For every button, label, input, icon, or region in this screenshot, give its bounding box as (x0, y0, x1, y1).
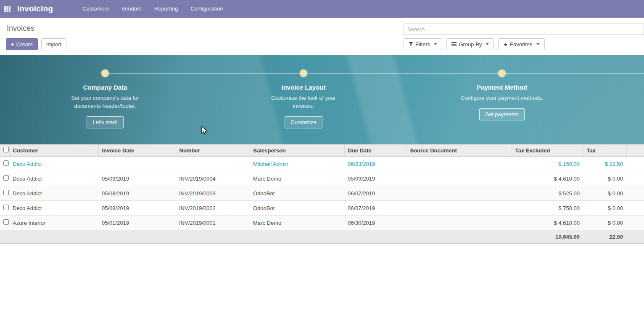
table-row[interactable]: Deco Addict 05/08/2019 INV/2019/0002 Odo… (0, 201, 644, 216)
row-checkbox[interactable] (3, 205, 9, 210)
group-by-icon (451, 42, 457, 46)
footer-spacer (626, 230, 644, 244)
select-all-cell (0, 144, 9, 157)
cell-number: INV/2019/0001 (176, 216, 250, 230)
create-button-label: Create (16, 41, 33, 48)
col-header-number[interactable]: Number (176, 144, 250, 157)
cell-salesperson: OdooBot (250, 186, 344, 201)
table-row[interactable]: Azure Interior 05/01/2019 INV/2019/0001 … (0, 216, 644, 230)
col-header-due-date[interactable]: Due Date (344, 144, 406, 157)
cell-invoice-date: 05/09/2019 (98, 171, 176, 186)
onboarding-step-payment-method: Payment Method Configure your payment me… (443, 55, 561, 120)
row-checkbox[interactable] (3, 190, 9, 195)
filter-icon (409, 42, 413, 46)
favorites-button-label: Favorites (510, 41, 532, 48)
cell-tax-excluded: $ 4,610.00 (512, 171, 583, 186)
apps-menu-icon[interactable] (3, 5, 11, 13)
select-all-checkbox[interactable] (3, 147, 9, 152)
cell-customer: Deco Addict (9, 186, 98, 201)
cell-source-document (406, 216, 512, 230)
cell-due-date: 06/07/2019 (344, 201, 406, 216)
cell-tax-excluded: $ 4,610.00 (512, 216, 583, 230)
groupby-button[interactable]: Group By (446, 38, 494, 50)
row-select-cell (0, 201, 9, 216)
invoices-list: Customer Invoice Date Number Salesperson… (0, 144, 644, 244)
groupby-button-label: Group By (459, 41, 482, 48)
table-row[interactable]: Deco Addict 05/08/2019 INV/2019/0003 Odo… (0, 186, 644, 201)
cell-invoice-date: 05/08/2019 (98, 201, 176, 216)
search-input[interactable] (404, 24, 644, 35)
row-checkbox[interactable] (3, 219, 9, 225)
control-panel: Invoices Create Import Filters Group By … (0, 18, 644, 55)
chevron-down-icon (434, 43, 437, 45)
cell-source-document (406, 201, 512, 216)
page-title: Invoices (7, 24, 34, 33)
table-header-row: Customer Invoice Date Number Salesperson… (0, 144, 644, 157)
chevron-down-icon (486, 43, 489, 45)
row-checkbox[interactable] (3, 160, 9, 166)
cell-source-document (406, 171, 512, 186)
filters-button-label: Filters (415, 41, 430, 48)
cell-spacer (626, 157, 644, 171)
cell-customer: Azure Interior (9, 216, 98, 230)
import-button[interactable]: Import (41, 38, 67, 50)
cell-tax: $ 0.00 (583, 171, 626, 186)
col-header-salesperson[interactable]: Salesperson (250, 144, 344, 157)
nav-item-vendors[interactable]: Vendors (115, 0, 148, 18)
step-description: Set your company's data for documents he… (61, 94, 149, 110)
footer-tax-excluded-total: 10,645.00 (512, 230, 583, 244)
cell-number: INV/2019/0002 (176, 201, 250, 216)
customize-button[interactable]: Customize (285, 116, 322, 128)
footer-spacer (0, 230, 512, 244)
cell-tax-excluded: $ 150.00 (512, 157, 583, 171)
step-dot (101, 69, 109, 77)
row-select-cell (0, 186, 9, 201)
cell-invoice-date: 05/08/2019 (98, 186, 176, 201)
cell-number: INV/2019/0003 (176, 186, 250, 201)
col-header-tax-excluded[interactable]: Tax Excluded (512, 144, 583, 157)
cell-customer: Deco Addict (9, 157, 98, 171)
nav-item-customers[interactable]: Customers (76, 0, 115, 18)
set-payments-button[interactable]: Set payments (479, 108, 525, 120)
top-navbar: Invoicing Customers Vendors Reporting Co… (0, 0, 644, 18)
onboarding-step-company-data: Company Data Set your company's data for… (46, 55, 164, 128)
step-title: Payment Method (443, 84, 561, 91)
cell-due-date: 06/23/2019 (344, 157, 406, 171)
favorites-button[interactable]: Favorites (498, 38, 544, 50)
nav-item-reporting[interactable]: Reporting (148, 0, 184, 18)
table-row[interactable]: Deco Addict Mitchell Admin 06/23/2019 $ … (0, 157, 644, 171)
col-header-invoice-date[interactable]: Invoice Date (98, 144, 176, 157)
cell-spacer (626, 201, 644, 216)
app-title[interactable]: Invoicing (17, 4, 53, 13)
nav-menu: Customers Vendors Reporting Configuratio… (76, 0, 229, 18)
row-select-cell (0, 157, 9, 171)
table-row[interactable]: Deco Addict 05/09/2019 INV/2019/0004 Mar… (0, 171, 644, 186)
nav-item-configuration[interactable]: Configuration (184, 0, 229, 18)
lets-start-button[interactable]: Let's start! (87, 116, 124, 128)
row-select-cell (0, 216, 9, 230)
cell-number (176, 157, 250, 171)
create-button[interactable]: Create (6, 38, 38, 50)
col-header-customer[interactable]: Customer (9, 144, 98, 157)
cell-due-date: 06/30/2019 (344, 216, 406, 230)
import-button-label: Import (46, 41, 62, 48)
footer-tax-total: 22.50 (583, 230, 626, 244)
col-header-tax[interactable]: Tax (583, 144, 626, 157)
col-header-spacer (626, 144, 644, 157)
row-checkbox[interactable] (3, 175, 9, 181)
cell-invoice-date: 05/01/2019 (98, 216, 176, 230)
filters-button[interactable]: Filters (404, 38, 442, 50)
table-footer-row: 10,645.00 22.50 (0, 230, 644, 244)
col-header-source-document[interactable]: Source Document (406, 144, 512, 157)
cell-tax-excluded: $ 750.00 (512, 201, 583, 216)
cell-tax: $ 22.50 (583, 157, 626, 171)
step-dot (498, 69, 506, 77)
cell-number: INV/2019/0004 (176, 171, 250, 186)
cell-due-date: 05/09/2019 (344, 171, 406, 186)
cell-tax: $ 0.00 (583, 201, 626, 216)
cell-customer: Deco Addict (9, 201, 98, 216)
onboarding-step-invoice-layout: Invoice Layout Customize the look of you… (245, 55, 362, 128)
cell-spacer (626, 186, 644, 201)
cell-due-date: 06/07/2019 (344, 186, 406, 201)
step-dot (300, 69, 307, 77)
